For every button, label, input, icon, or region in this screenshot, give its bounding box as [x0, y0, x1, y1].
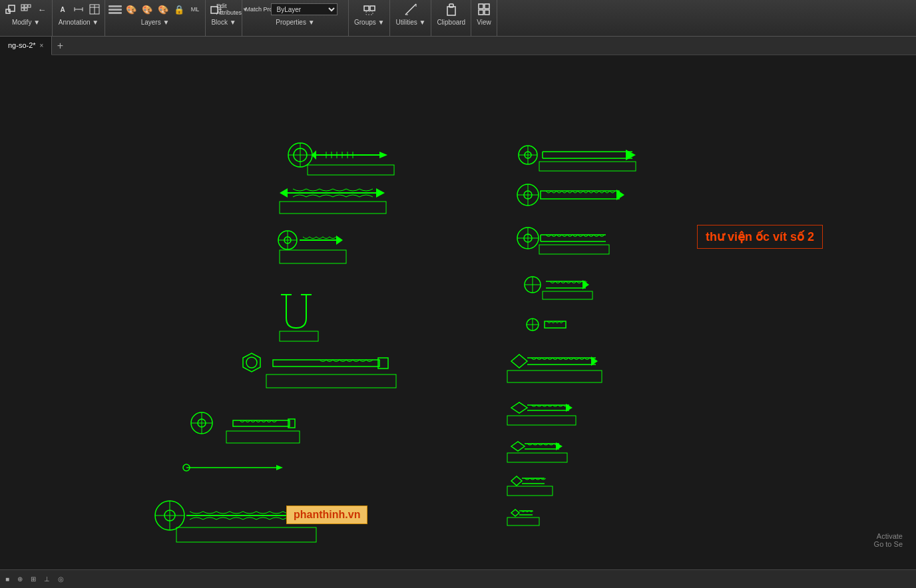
- svg-rect-51: [280, 202, 386, 214]
- clipboard-group: Clipboard: [431, 0, 471, 37]
- view-button[interactable]: [477, 2, 491, 17]
- svg-rect-24: [366, 11, 373, 15]
- svg-rect-132: [507, 453, 567, 462]
- properties-dropdown[interactable]: Properties ▼: [273, 18, 317, 27]
- layers-dropdown[interactable]: Layers ▼: [138, 18, 172, 27]
- svg-rect-127: [507, 416, 576, 425]
- modify-group: ← Modify ▼: [0, 0, 53, 37]
- svg-rect-30: [479, 4, 483, 9]
- svg-marker-133: [511, 476, 522, 486]
- svg-rect-92: [539, 162, 636, 171]
- tab-close-button[interactable]: ×: [40, 42, 44, 49]
- layer-lock-button[interactable]: 🔒: [172, 2, 186, 17]
- annotation-group: A Annotation ▼: [53, 0, 105, 37]
- layer-properties-button[interactable]: [108, 2, 122, 17]
- svg-rect-3: [25, 5, 27, 7]
- thuvien-watermark: thư viện ốc vít số 2: [697, 225, 823, 249]
- svg-rect-31: [485, 4, 489, 9]
- annotation-dropdown[interactable]: Annotation ▼: [56, 18, 102, 27]
- svg-rect-66: [266, 374, 396, 388]
- svg-line-25: [405, 4, 416, 15]
- view-group: View: [471, 0, 497, 37]
- table-button[interactable]: [87, 2, 102, 17]
- thuvien-label: thư viện ốc vít số 2: [706, 230, 814, 243]
- dimension-button[interactable]: [71, 2, 86, 17]
- scale-button[interactable]: [3, 2, 17, 17]
- view-label: View: [474, 18, 494, 27]
- svg-rect-4: [28, 5, 31, 7]
- mirror-button[interactable]: ←: [35, 2, 49, 17]
- edit-attributes-button[interactable]: Edit Attributes ▼: [224, 2, 239, 17]
- svg-rect-13: [109, 5, 122, 7]
- svg-rect-140: [507, 517, 539, 525]
- svg-rect-58: [280, 250, 346, 263]
- layer-color3-button[interactable]: 🎨: [156, 2, 170, 17]
- svg-rect-22: [364, 6, 369, 11]
- status-polar[interactable]: ◎: [58, 575, 64, 583]
- tab-name: ng-so-2*: [8, 41, 36, 49]
- svg-rect-2: [21, 5, 24, 7]
- main-toolbar: ← Modify ▼ A Annotation ▼: [0, 0, 916, 37]
- tab-bar: ng-so-2* × +: [0, 37, 916, 55]
- svg-rect-71: [233, 420, 290, 426]
- svg-marker-137: [511, 510, 519, 516]
- svg-rect-73: [226, 431, 300, 443]
- edit-attributes-label: Edit Attributes: [216, 3, 242, 16]
- svg-marker-98: [616, 190, 624, 200]
- activate-label: Activate: [874, 532, 903, 540]
- svg-rect-32: [479, 10, 483, 15]
- layer-color2-button[interactable]: 🎨: [140, 2, 154, 17]
- cad-drawing: .screw-green { stroke: #00ff00; fill: no…: [0, 55, 916, 569]
- clipboard-label: Clipboard: [434, 18, 468, 27]
- status-snap[interactable]: ⊕: [17, 575, 23, 583]
- measure-button[interactable]: [403, 2, 418, 17]
- status-coords: ■: [5, 575, 9, 583]
- svg-rect-83: [176, 527, 316, 542]
- svg-marker-57: [336, 235, 343, 245]
- svg-rect-15: [109, 12, 122, 14]
- svg-rect-28: [447, 7, 455, 15]
- tab-ng-so-2[interactable]: ng-so-2* ×: [0, 37, 52, 55]
- svg-marker-128: [511, 442, 525, 451]
- utilities-group: Utilities ▼: [390, 0, 431, 37]
- svg-rect-61: [280, 331, 318, 341]
- status-grid[interactable]: ⊞: [31, 575, 36, 583]
- paste-button[interactable]: [444, 2, 459, 17]
- svg-rect-106: [539, 245, 609, 254]
- svg-marker-123: [511, 402, 527, 413]
- match-layer-button[interactable]: ML: [188, 2, 202, 17]
- svg-rect-23: [370, 6, 375, 11]
- svg-marker-76: [276, 465, 283, 470]
- svg-marker-46: [379, 152, 387, 158]
- phanthinh-label: phanthinh.vn: [294, 509, 360, 520]
- svg-marker-49: [280, 188, 288, 198]
- layers-group: 🎨 🎨 🎨 🔒 ML Layers ▼: [105, 0, 206, 37]
- svg-rect-5: [21, 8, 24, 11]
- bylayer-select[interactable]: ByLayer: [271, 3, 338, 15]
- layer-color1-button[interactable]: 🎨: [124, 2, 138, 17]
- array-button[interactable]: [19, 2, 33, 17]
- utilities-dropdown[interactable]: Utilities ▼: [393, 18, 428, 27]
- cad-canvas-area: .screw-green { stroke: #00ff00; fill: no…: [0, 55, 916, 569]
- svg-rect-29: [449, 4, 453, 7]
- svg-rect-64: [273, 360, 379, 367]
- group-button[interactable]: [362, 2, 377, 17]
- svg-rect-47: [308, 165, 394, 175]
- tab-add-button[interactable]: +: [52, 37, 68, 55]
- match-properties-button[interactable]: Match Prop: [254, 2, 268, 17]
- svg-rect-14: [109, 9, 122, 11]
- status-bar: ■ ⊕ ⊞ ⊥ ◎: [0, 569, 916, 588]
- svg-marker-62: [243, 353, 260, 372]
- phanthinh-watermark: phanthinh.vn: [286, 506, 367, 524]
- svg-rect-113: [543, 291, 592, 299]
- text-button[interactable]: A: [55, 2, 70, 17]
- goto-label: Go to Se: [874, 540, 903, 548]
- modify-dropdown[interactable]: Modify ▼: [9, 18, 43, 27]
- svg-rect-33: [485, 10, 489, 15]
- activate-windows-notice: Activate Go to Se: [874, 532, 903, 548]
- svg-marker-50: [376, 188, 385, 198]
- block-dropdown[interactable]: Block ▼: [208, 18, 238, 27]
- status-ortho[interactable]: ⊥: [44, 575, 50, 583]
- svg-point-63: [246, 357, 257, 368]
- groups-dropdown[interactable]: Groups ▼: [351, 18, 387, 27]
